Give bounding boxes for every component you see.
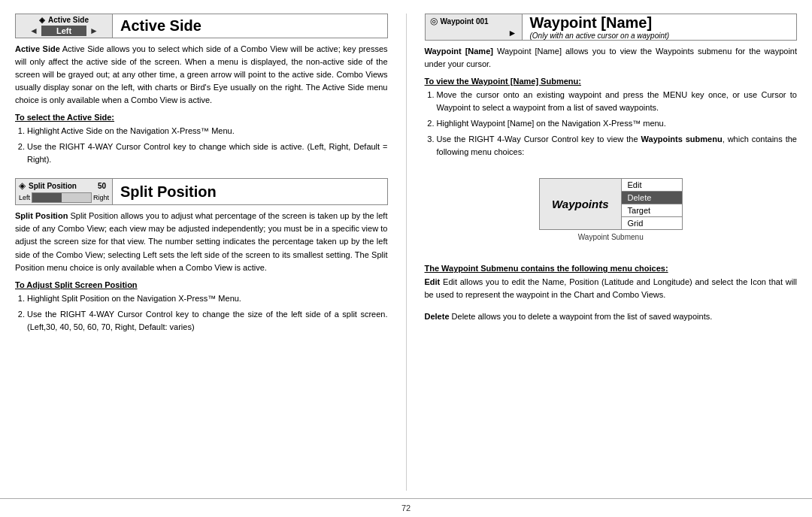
left-column: ◈ Active Side ◄ Left ► Active Side Activ…: [15, 14, 388, 491]
split-widget-number: 50: [98, 182, 106, 190]
view-submenu-title: To view the Waypoint [Name] Submenu:: [425, 77, 798, 86]
waypoint-widget[interactable]: ◎ Waypoint 001 ►: [425, 14, 523, 41]
active-side-value: Left: [41, 26, 86, 36]
split-bar-row: Left Right: [19, 192, 109, 203]
waypoint-submenu-area: Waypoints Edit Delete Target Grid Waypoi…: [425, 178, 798, 241]
split-position-widget[interactable]: ◈ Split Position 50 Left Right: [15, 178, 113, 205]
page-footer: 72: [0, 498, 812, 517]
split-steps: Highlight Split Position on the Navigati…: [15, 292, 388, 334]
split-step-1: Highlight Split Position on the Navigati…: [27, 292, 388, 305]
active-side-left-arrow[interactable]: ◄: [29, 26, 38, 36]
submenu-contains-section: The Waypoint Submenu contains the follow…: [425, 258, 798, 323]
split-position-header: ◈ Split Position 50 Left Right Split Pos…: [15, 178, 388, 205]
waypoint-menu-edit[interactable]: Edit: [622, 179, 682, 192]
page-number: 72: [401, 503, 411, 512]
waypoint-name-header: ◎ Waypoint 001 ► Waypoint [Name] (Only w…: [425, 14, 798, 41]
waypoint-widget-bottom: ►: [430, 28, 517, 38]
waypoint-label-cell: Waypoints: [540, 179, 622, 229]
split-bar-container: [32, 192, 92, 203]
active-side-step-1: Highlight Active Side on the Navigation …: [27, 125, 388, 138]
active-side-select-title: To select the Active Side:: [15, 113, 388, 122]
split-bar-right-label: Right: [93, 194, 109, 201]
waypoint-name-section: ◎ Waypoint 001 ► Waypoint [Name] (Only w…: [425, 14, 798, 162]
split-icon: ◈: [19, 180, 26, 191]
split-bar-left-label: Left: [19, 194, 30, 201]
waypoint-name-body: Waypoint [Name] Waypoint [Name] allows y…: [425, 45, 798, 71]
edit-bold: Edit: [425, 277, 441, 286]
active-side-control[interactable]: ◄ Left ►: [29, 26, 98, 36]
waypoint-steps: Move the cursor onto an existing waypoin…: [425, 89, 798, 159]
split-position-section: ◈ Split Position 50 Left Right Split Pos…: [15, 178, 388, 336]
waypoint-name-title-group: Waypoint [Name] (Only with an active cur…: [530, 14, 670, 40]
split-widget-top: ◈ Split Position 50: [19, 180, 109, 191]
active-side-icon: ◈: [39, 16, 45, 24]
split-step-2: Use the RIGHT 4-WAY Cursor Control key t…: [27, 308, 388, 334]
waypoint-arrow: ►: [508, 28, 517, 38]
split-adjust-title: To Adjust Split Screen Position: [15, 280, 388, 289]
waypoint-menu-grid[interactable]: Grid: [622, 217, 682, 229]
waypoint-icon: ◎: [430, 16, 438, 26]
active-side-widget-title: ◈ Active Side: [39, 16, 89, 24]
split-widget-label: Split Position: [29, 182, 77, 190]
waypoint-menu-target[interactable]: Target: [622, 204, 682, 217]
split-position-body: Split Position Split Position allows you…: [15, 210, 388, 274]
column-divider: [406, 14, 407, 491]
delete-bold: Delete: [425, 312, 450, 321]
split-bar-fill: [32, 193, 62, 202]
active-side-step-2: Use the RIGHT 4-WAY Cursor Control key t…: [27, 141, 388, 166]
active-side-bold: Active Side: [15, 44, 60, 53]
waypoint-widget-label: Waypoint 001: [441, 17, 489, 26]
delete-desc: Delete Delete allows you to delete a way…: [425, 310, 798, 323]
active-side-title-box: Active Side: [113, 14, 388, 38]
waypoint-name-bold: Waypoint [Name]: [425, 47, 493, 56]
active-side-widget[interactable]: ◈ Active Side ◄ Left ►: [15, 14, 113, 38]
active-side-section: ◈ Active Side ◄ Left ► Active Side Activ…: [15, 14, 388, 169]
right-column: ◎ Waypoint 001 ► Waypoint [Name] (Only w…: [425, 14, 798, 491]
active-side-title: Active Side: [120, 17, 201, 35]
waypoint-step-3: Use the RIGHT 4-Way Cursor Control key t…: [437, 133, 798, 159]
edit-desc: Edit Edit allows you to edit the Name, P…: [425, 276, 798, 301]
waypoint-widget-top: ◎ Waypoint 001: [430, 16, 489, 26]
waypoint-italic-note: (Only with an active cursor on a waypoin…: [530, 32, 670, 40]
split-position-title: Split Position: [120, 183, 217, 201]
split-position-title-box: Split Position: [113, 178, 388, 205]
waypoint-name-title-box: Waypoint [Name] (Only with an active cur…: [523, 14, 798, 41]
split-bold: Split Position: [15, 211, 68, 220]
waypoint-step-2: Highlight Waypoint [Name] on the Navigat…: [437, 117, 798, 130]
waypoint-menu-items: Edit Delete Target Grid: [622, 179, 682, 229]
active-side-body: Active Side Active Side allows you to se…: [15, 43, 388, 107]
waypoint-menu-delete[interactable]: Delete: [622, 192, 682, 204]
waypoint-name-title: Waypoint [Name]: [530, 14, 670, 32]
active-side-steps: Highlight Active Side on the Navigation …: [15, 125, 388, 166]
active-side-header: ◈ Active Side ◄ Left ► Active Side: [15, 14, 388, 38]
waypoint-submenu-caption: Waypoint Submenu: [578, 233, 644, 241]
active-side-right-arrow[interactable]: ►: [89, 26, 98, 36]
submenu-contains-title: The Waypoint Submenu contains the follow…: [425, 264, 798, 273]
waypoint-step-1: Move the cursor onto an existing waypoin…: [437, 89, 798, 114]
waypoint-submenu-box: Waypoints Edit Delete Target Grid: [539, 178, 683, 230]
